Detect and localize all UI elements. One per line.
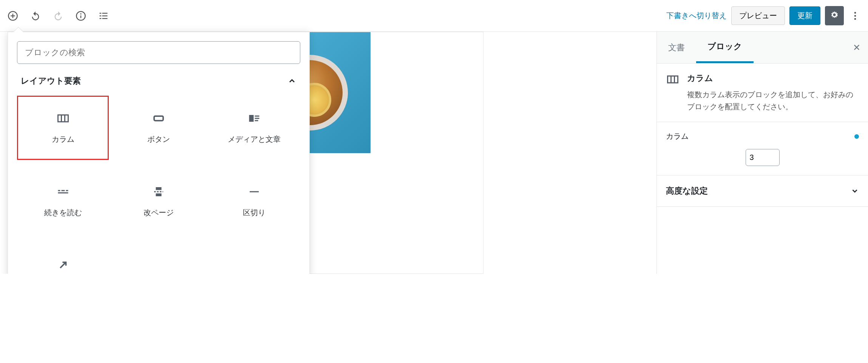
main-area: レイアウト要素 カラム ボタン メディアと文章 続きを読む (0, 32, 868, 274)
sidebar-tabs: 文書 ブロック ✕ (657, 32, 868, 64)
advanced-settings-panel[interactable]: 高度な設定 (657, 175, 868, 207)
button-icon (152, 112, 165, 125)
svg-rect-6 (100, 12, 102, 13)
block-description: 複数カラム表示のブロックを追加して、お好みのブロックを配置してください。 (687, 88, 859, 113)
svg-rect-26 (58, 192, 68, 193)
setting-indicator-dot (854, 134, 859, 139)
svg-rect-11 (102, 18, 108, 19)
more-menu-button[interactable] (848, 9, 862, 23)
svg-rect-18 (154, 116, 163, 121)
toolbar-left (6, 9, 110, 23)
toolbar-right: 下書きへ切り替え プレビュー 更新 (666, 6, 862, 25)
svg-line-29 (60, 262, 66, 268)
block-search-input[interactable] (17, 41, 300, 64)
undo-button[interactable] (29, 9, 42, 23)
columns-icon (666, 73, 680, 88)
svg-rect-20 (255, 115, 259, 116)
svg-rect-10 (100, 18, 102, 19)
chevron-up-icon (287, 76, 297, 85)
block-item-columns[interactable]: カラム (17, 96, 109, 160)
svg-rect-23 (58, 190, 60, 191)
settings-button[interactable] (825, 6, 844, 25)
block-label: 改ページ (144, 208, 174, 218)
block-inserter-popover: レイアウト要素 カラム ボタン メディアと文章 続きを読む (8, 32, 310, 274)
svg-rect-24 (61, 190, 65, 191)
block-item-media-text[interactable]: メディアと文章 (209, 96, 300, 160)
block-label: ボタン (147, 134, 170, 144)
svg-rect-21 (255, 118, 259, 119)
advanced-label: 高度な設定 (666, 185, 708, 197)
block-info-section: カラム 複数カラム表示のブロックを追加して、お好みのブロックを配置してください。 (657, 64, 868, 122)
redo-button[interactable] (51, 9, 65, 23)
svg-rect-25 (66, 190, 68, 191)
block-title: カラム (687, 73, 859, 84)
outline-button[interactable] (97, 9, 110, 23)
block-label: カラム (52, 134, 74, 144)
svg-point-12 (854, 12, 856, 14)
block-label: 区切り (243, 208, 266, 218)
editor-canvas: レイアウト要素 カラム ボタン メディアと文章 続きを読む (0, 32, 656, 274)
settings-sidebar: 文書 ブロック ✕ カラム 複数カラム表示のブロックを追加して、お好みのブロック… (656, 32, 868, 274)
svg-rect-19 (249, 115, 254, 122)
page-break-icon (152, 185, 165, 199)
block-item-page-break[interactable]: 改ページ (113, 169, 204, 233)
info-button[interactable] (74, 9, 88, 23)
category-label: レイアウト要素 (21, 75, 81, 87)
svg-rect-30 (668, 76, 678, 83)
columns-setting-section: カラム (657, 122, 868, 175)
block-item-more[interactable]: 続きを読む (17, 169, 109, 233)
separator-icon (247, 185, 261, 199)
update-button[interactable]: 更新 (789, 6, 820, 25)
chevron-down-icon (851, 187, 859, 195)
block-item-button[interactable]: ボタン (113, 96, 204, 160)
switch-to-draft-link[interactable]: 下書きへ切り替え (666, 11, 727, 21)
add-block-button[interactable] (6, 9, 20, 23)
columns-count-input[interactable] (746, 149, 780, 166)
editor-toolbar: 下書きへ切り替え プレビュー 更新 (0, 0, 868, 32)
svg-point-5 (80, 14, 81, 14)
columns-icon (56, 112, 70, 125)
block-label: 続きを読む (44, 208, 82, 218)
inserter-category-header[interactable]: レイアウト要素 (17, 75, 300, 87)
svg-rect-7 (102, 12, 108, 13)
tab-block[interactable]: ブロック (696, 32, 754, 63)
block-label: メディアと文章 (228, 134, 281, 144)
svg-rect-8 (100, 15, 102, 16)
block-item-separator[interactable]: 区切り (209, 169, 300, 233)
svg-rect-28 (250, 191, 259, 192)
svg-point-14 (854, 18, 856, 20)
spacer-icon (56, 258, 70, 272)
tab-document[interactable]: 文書 (657, 33, 696, 62)
block-item-spacer[interactable]: スペーサー (17, 242, 109, 274)
more-icon (56, 185, 70, 199)
svg-point-13 (854, 15, 856, 17)
close-sidebar-button[interactable]: ✕ (853, 42, 860, 53)
preview-button[interactable]: プレビュー (731, 6, 785, 25)
svg-rect-15 (58, 115, 68, 122)
svg-rect-9 (102, 15, 108, 16)
svg-rect-22 (255, 120, 258, 121)
block-grid: カラム ボタン メディアと文章 続きを読む 改ページ (17, 96, 300, 274)
media-text-icon (247, 112, 261, 125)
columns-count-label: カラム (666, 131, 689, 141)
